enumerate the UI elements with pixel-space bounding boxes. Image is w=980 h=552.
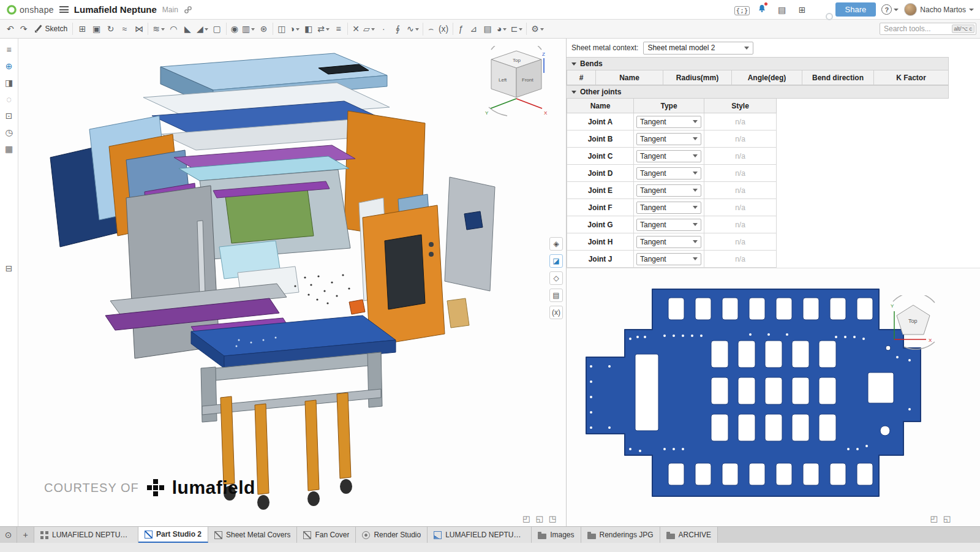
doc-tab-part-studio-2[interactable]: Part Studio 2: [138, 527, 208, 543]
joint-type-select[interactable]: Tangent: [636, 184, 701, 197]
offset-surface-icon[interactable]: ≡: [331, 23, 345, 35]
joint-type-select[interactable]: Tangent: [636, 253, 701, 265]
doc-tab-render-studio[interactable]: Render Studio: [356, 527, 428, 543]
user-menu[interactable]: Nacho Martos: [904, 3, 974, 16]
undo-button[interactable]: ↶: [4, 23, 17, 35]
joint-type-select[interactable]: Tangent: [636, 219, 701, 231]
hole-icon[interactable]: ◉: [226, 23, 240, 35]
featurescript-icon[interactable]: {;}: [734, 5, 749, 15]
link-icon[interactable]: [184, 6, 192, 14]
view-cube[interactable]: Top Left Front X Y Z: [483, 46, 550, 119]
joint-type-select[interactable]: Tangent: [636, 133, 701, 145]
point-icon[interactable]: ∙: [377, 23, 391, 35]
joint-type-select[interactable]: Tangent: [636, 116, 701, 128]
sweep-icon[interactable]: ≈: [118, 23, 132, 35]
circular-pattern-icon[interactable]: ⊛: [257, 23, 271, 35]
sketch-button[interactable]: Sketch: [30, 23, 73, 35]
appearance-icon[interactable]: ◕: [495, 23, 509, 35]
flat-viewcube-top-label[interactable]: Top: [908, 318, 918, 324]
app-store-icon[interactable]: ⊞: [795, 5, 810, 15]
doc-tab-fan-cover[interactable]: Fan Cover: [297, 527, 356, 543]
sheet-metal-context-select[interactable]: Sheet metal model 2: [643, 42, 753, 55]
journal-icon[interactable]: ▤: [775, 5, 790, 15]
flat-view-cube[interactable]: Top Y X: [886, 295, 941, 350]
isometric-view-icon[interactable]: ◰: [930, 514, 937, 523]
shell-icon[interactable]: ▢: [210, 23, 224, 35]
material-icon[interactable]: ▤: [481, 23, 495, 35]
linear-pattern-icon[interactable]: ▥: [240, 23, 257, 35]
fillet-icon[interactable]: ◠: [167, 23, 181, 35]
extrude-icon[interactable]: ▣: [89, 23, 104, 35]
mirror-icon[interactable]: ◫: [273, 23, 287, 35]
notifications-bell-icon[interactable]: [755, 4, 769, 15]
fit-view-icon[interactable]: ◱: [943, 514, 951, 523]
isometric-view-icon[interactable]: ◰: [522, 514, 530, 523]
viewcube-top-label[interactable]: Top: [513, 58, 521, 63]
display-mode-icon[interactable]: ◈: [549, 237, 563, 251]
main-menu-icon[interactable]: [59, 6, 69, 13]
share-button[interactable]: Share: [835, 2, 876, 17]
document-title[interactable]: Lumafield Neptune: [74, 4, 157, 15]
doc-tab-lumafield-neptune[interactable]: LUMAFIELD NEPTUNE ...: [428, 527, 532, 543]
transform-icon[interactable]: ⊕: [6, 61, 13, 71]
loft-icon[interactable]: ⋈: [132, 23, 146, 35]
fit-view-icon[interactable]: ◳: [549, 514, 556, 523]
spline-icon[interactable]: ∿: [405, 23, 421, 35]
sheet-metal-icon[interactable]: ⊏: [509, 23, 525, 35]
revolve-icon[interactable]: ↻: [104, 23, 118, 35]
joint-type-select[interactable]: Tangent: [636, 236, 701, 248]
doc-tab-images[interactable]: Images: [532, 527, 581, 543]
chamfer-icon[interactable]: ◣: [181, 23, 195, 35]
redo-button[interactable]: ↷: [17, 23, 31, 35]
split-icon[interactable]: ◧: [301, 23, 315, 35]
joint-type-select[interactable]: Tangent: [636, 202, 701, 214]
project-curve-icon[interactable]: ⌢: [423, 23, 437, 36]
doc-tab-renderings-jpg[interactable]: Renderings JPG: [581, 527, 660, 543]
chevron-down-icon: [969, 9, 974, 11]
add-tab-button[interactable]: +: [17, 527, 34, 543]
help-menu[interactable]: ?: [881, 4, 899, 15]
named-views-icon[interactable]: ▤: [549, 289, 563, 302]
settings-gear-icon[interactable]: ⚙: [526, 23, 546, 35]
viewcube-front-label[interactable]: Front: [522, 77, 533, 83]
tabs-holder: LUMAFIELD NEPTUNE ...Part Studio 2Sheet …: [34, 527, 718, 543]
outline-toggle-icon[interactable]: ⊟: [6, 263, 13, 273]
variables-icon[interactable]: (x): [549, 306, 563, 319]
manage-tabs-button[interactable]: ⊙: [0, 527, 17, 543]
delete-face-icon[interactable]: ✕: [347, 23, 361, 35]
feature-list-icon[interactable]: ≡: [6, 45, 11, 55]
col-angle: Angle(deg): [732, 70, 802, 85]
measure-icon[interactable]: ⊿: [467, 23, 481, 35]
flat-pattern-viewport[interactable]: Top Y X ◰◱: [567, 268, 980, 526]
variable-icon[interactable]: (x): [437, 23, 451, 35]
appearance-panel-icon[interactable]: ◨: [5, 78, 13, 88]
move-face-icon[interactable]: ⇄: [315, 23, 331, 35]
doc-tab-sheet-metal-covers[interactable]: Sheet Metal Covers: [208, 527, 297, 543]
parts-icon[interactable]: ⊡: [6, 111, 13, 121]
exploded-view-icon[interactable]: ◇: [549, 271, 563, 285]
helix-icon[interactable]: ∮: [391, 23, 405, 35]
other-joints-section-header[interactable]: Other joints: [567, 85, 949, 99]
3d-viewport[interactable]: Top Left Front X Y Z ◈◪◇▤(x) ◰◱◳ COURTES…: [18, 39, 566, 526]
joint-type-value: Tangent: [640, 152, 666, 161]
onshape-logo[interactable]: onshape: [6, 4, 54, 15]
doc-tab-archive[interactable]: ARCHIVE: [660, 527, 718, 543]
history-icon[interactable]: ◷: [5, 127, 12, 137]
featurescript-icon[interactable]: ƒ: [453, 23, 467, 35]
draft-icon[interactable]: ◢: [195, 23, 210, 35]
bends-section-header[interactable]: Bends: [567, 57, 949, 70]
plane-icon[interactable]: ▱: [361, 23, 377, 35]
insert-icon[interactable]: ⊞: [75, 23, 89, 35]
watermark-prefix: COURTESY OF: [44, 481, 139, 495]
thicken-icon[interactable]: ≋: [148, 23, 167, 35]
branch-label[interactable]: Main: [162, 6, 178, 14]
comments-icon[interactable]: ◌: [6, 94, 11, 104]
orthographic-view-icon[interactable]: ◱: [535, 514, 543, 523]
custom-tables-icon[interactable]: ▦: [5, 144, 13, 154]
joint-type-select[interactable]: Tangent: [636, 167, 701, 180]
section-view-icon[interactable]: ◪: [549, 254, 563, 268]
doc-tab-lumafield-neptune[interactable]: LUMAFIELD NEPTUNE ...: [34, 527, 138, 543]
joint-type-select[interactable]: Tangent: [636, 150, 701, 162]
viewcube-left-label[interactable]: Left: [499, 77, 507, 83]
boolean-icon[interactable]: ◑: [287, 23, 301, 35]
